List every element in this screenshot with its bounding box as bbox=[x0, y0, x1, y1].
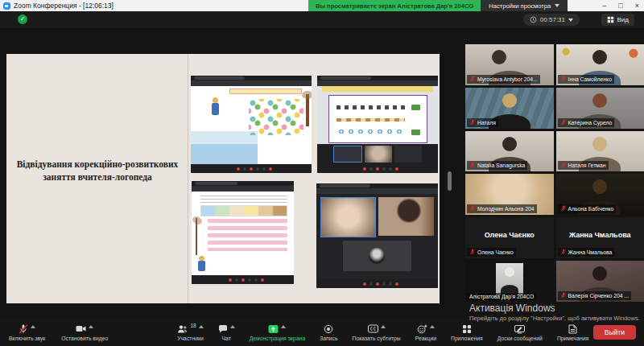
participant-tile[interactable]: Наталя Гетман Наталя Гетман bbox=[556, 131, 644, 172]
participant-name-text: Natalia Sanagurska bbox=[477, 163, 525, 168]
participant-name-label: Natalia Sanagurska bbox=[467, 161, 527, 170]
meeting-timer[interactable]: 00:57:31 bbox=[523, 14, 580, 26]
toolbar-button-label: Включить звук bbox=[9, 336, 45, 341]
worksheet-picture-list bbox=[192, 192, 294, 275]
participant-name-text: Жанна Чмальова bbox=[568, 249, 613, 255]
whiteboard-button[interactable]: Доски сообщений bbox=[495, 319, 545, 346]
mic-off-icon bbox=[19, 323, 28, 334]
minimize-button[interactable]: – bbox=[602, 2, 606, 10]
share-banner-text: Вы просматриваете экран Алістратова Дар'… bbox=[308, 0, 481, 11]
meeting-toolbar-strip bbox=[191, 164, 312, 173]
chevron-up-icon[interactable] bbox=[199, 325, 204, 328]
captions-button[interactable]: Показать субтитры bbox=[350, 319, 403, 346]
chevron-up-icon[interactable] bbox=[381, 325, 386, 328]
notes-icon bbox=[568, 323, 577, 334]
toolbar-button-label: Реакции bbox=[415, 336, 436, 341]
participant-tile[interactable]: Катерина Сурело Катерина Сурело bbox=[556, 88, 644, 129]
chevron-up-icon[interactable] bbox=[230, 325, 235, 328]
reactions-button[interactable]: Реакции bbox=[413, 319, 439, 346]
toolbar-button-label: Демонстрация экрана bbox=[250, 336, 305, 341]
window-title: Zoom Конференция - [12:06:13] bbox=[14, 2, 114, 10]
slide-title-line2: заняття вчителя-логопеда bbox=[10, 171, 185, 184]
reactions-icon bbox=[417, 323, 427, 334]
participant-tile[interactable]: Myroslava Antybor 204... Myroslava Antyb… bbox=[465, 44, 554, 85]
toolbar-button-label: Примечания bbox=[557, 336, 588, 341]
participant-tile[interactable]: Інна Самойленко Інна Самойленко bbox=[556, 44, 644, 85]
record-button[interactable]: Запись bbox=[317, 319, 340, 346]
notes-button[interactable]: Примечания bbox=[555, 319, 591, 346]
share-banner: Вы просматриваете экран Алістратова Дар'… bbox=[308, 0, 568, 11]
meeting-toolbar-strip bbox=[192, 275, 294, 284]
view-settings-button[interactable]: Настройки просмотра bbox=[481, 0, 568, 11]
muted-mic-icon bbox=[560, 205, 567, 212]
share-screen-button[interactable]: Демонстрация экрана bbox=[247, 319, 308, 346]
record-icon bbox=[324, 323, 333, 334]
participants-button[interactable]: 18 Участники bbox=[175, 319, 205, 346]
view-button[interactable]: Вид bbox=[601, 14, 634, 26]
participants-icon bbox=[177, 323, 188, 334]
encryption-shield-icon: ✓ bbox=[18, 14, 27, 24]
watermark-title: Активація Windows bbox=[469, 303, 642, 314]
slide-title: Відвідування корекційно-розвиткових заня… bbox=[10, 159, 185, 183]
whiteboard-icon bbox=[514, 323, 525, 334]
participant-name-label: Валерія Сірченко 204 ... bbox=[558, 291, 632, 300]
apps-button[interactable]: Приложения bbox=[448, 319, 485, 346]
mic-off-button[interactable]: Включить звук bbox=[6, 319, 47, 346]
participant-name-label: Інна Самойленко bbox=[558, 75, 614, 84]
chevron-up-icon[interactable] bbox=[31, 325, 35, 328]
participant-tile[interactable]: Наталя Наталя bbox=[465, 88, 554, 129]
participant-tile[interactable]: Natalia Sanagurska Natalia Sanagurska bbox=[465, 131, 554, 172]
camera-button[interactable]: Остановить видео bbox=[59, 319, 110, 346]
participant-name-label: Myroslava Antybor 204... bbox=[467, 75, 540, 84]
view-button-label: Вид bbox=[617, 16, 629, 23]
participant-name-text: Алістратова Дар'я 204СО bbox=[469, 294, 534, 299]
toolbar-left-group: Включить звук Остановить видео bbox=[0, 319, 110, 346]
participant-tile[interactable]: Жанна Чмальова Жанна Чмальова bbox=[556, 217, 644, 258]
leave-button[interactable]: Выйти bbox=[593, 325, 636, 340]
participant-name-text: Молодчин Альона 204 bbox=[477, 206, 535, 212]
browser-chrome bbox=[192, 181, 294, 192]
participants-panel: Myroslava Antybor 204... Myroslava Antyb… bbox=[465, 44, 644, 302]
chevron-up-icon[interactable] bbox=[89, 325, 93, 328]
maximize-button[interactable]: □ bbox=[618, 2, 622, 10]
lesson-screenshot-1 bbox=[191, 76, 312, 173]
worksheet-tracing-lines bbox=[317, 86, 438, 164]
slide-divider bbox=[188, 54, 188, 303]
chat-icon bbox=[218, 323, 228, 334]
participant-name-label: Наталя Гетман bbox=[558, 161, 609, 170]
participant-tile[interactable]: Валерія Сірченко 204 ... Валерія Сірченк… bbox=[556, 261, 644, 302]
chevron-down-icon bbox=[555, 4, 559, 7]
participant-name-label: Альона Бабіченко bbox=[558, 204, 617, 213]
chat-button[interactable]: Чат bbox=[216, 319, 237, 346]
meeting-toolbar-strip bbox=[317, 164, 438, 173]
muted-mic-icon bbox=[469, 119, 476, 126]
participant-name-text: Олена Чаєнко bbox=[477, 249, 514, 255]
zoom-app-icon bbox=[3, 2, 10, 10]
slide-title-line1: Відвідування корекційно-розвиткових bbox=[10, 159, 185, 171]
lesson-screenshot-4 bbox=[316, 183, 438, 288]
chevron-up-icon[interactable] bbox=[281, 325, 286, 328]
muted-mic-icon bbox=[560, 119, 567, 126]
participant-count-badge: 18 bbox=[190, 323, 196, 328]
scrollbar-handle[interactable] bbox=[448, 171, 452, 191]
muted-mic-icon bbox=[469, 205, 476, 212]
participant-tile[interactable]: Альона Бабіченко Альона Бабіченко bbox=[556, 174, 644, 215]
toolbar-center-group: 18 Участники Чат Демонстрация экрана Зап… bbox=[175, 319, 591, 346]
toolbar-button-label: Приложения bbox=[451, 336, 483, 341]
muted-mic-icon bbox=[469, 162, 476, 169]
toolbar-button-label: Доски сообщений bbox=[497, 336, 543, 341]
participant-tile[interactable]: Олена Чаєнко Олена Чаєнко bbox=[465, 217, 554, 258]
participant-name-label: Наталя bbox=[467, 118, 498, 127]
participant-name-label: Молодчин Альона 204 bbox=[467, 204, 537, 213]
browser-chrome bbox=[191, 76, 312, 86]
participant-tile[interactable]: Молодчин Альона 204 Молодчин Альона 204 bbox=[465, 174, 554, 215]
toolbar-button-label: Показать субтитры bbox=[353, 336, 401, 341]
participant-center-name: Жанна Чмальова bbox=[556, 231, 644, 239]
meeting-toolbar-strip bbox=[316, 279, 438, 288]
meeting-top-bar: ✓ 00:57:31 Вид bbox=[0, 11, 644, 28]
chevron-up-icon[interactable] bbox=[430, 325, 435, 328]
captions-icon bbox=[368, 323, 378, 334]
meeting-toolbar: Включить звук Остановить видео 18 Участн… bbox=[0, 319, 644, 346]
close-button[interactable]: × bbox=[635, 2, 639, 10]
participant-tile[interactable]: Алістратова Дар'я 204СО Алістратова Дар'… bbox=[465, 261, 554, 302]
